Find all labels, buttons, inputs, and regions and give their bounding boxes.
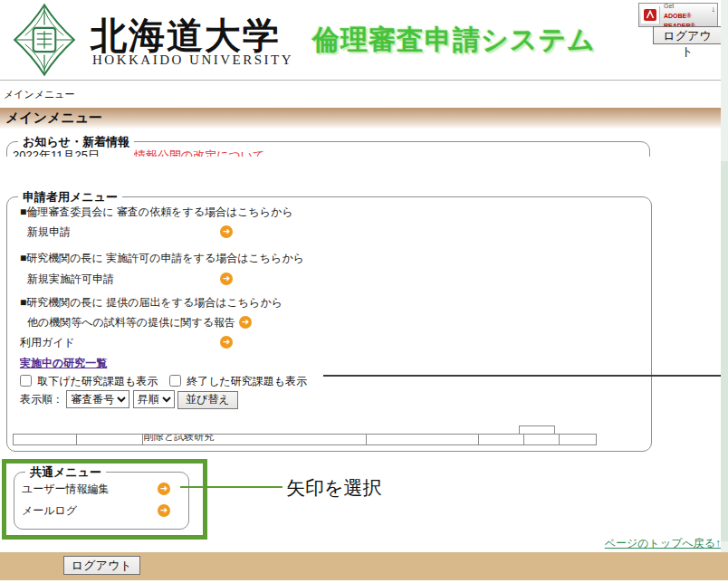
back-to-top-link[interactable]: ページのトップへ戻る↑ [605, 536, 721, 551]
get-adobe-reader-badge[interactable]: Get ADOBE® READER® ↓ [638, 3, 718, 27]
menu-item-provision-report: 他の機関等への試料等の提供に関する報告 ➜ [27, 315, 252, 330]
logout-button-top[interactable]: ログアウト [653, 26, 722, 44]
menu-group-heading: ■倫理審査委員会に 審査の依頼をする場合はこちらから [20, 205, 293, 219]
highlight-box: 共通メニュー ユーザー情報編集 ➜ メールログ ➜ [2, 459, 207, 540]
sort-controls: 表示順： 審査番号 昇順 並び替え [20, 389, 238, 409]
menu-item-label: メールログ [22, 503, 158, 518]
notice-date: 2022年11月25日 [13, 148, 100, 157]
main-menu-page: 北海道大学 HOKKAIDO UNIVERSITY 倫理審査申請システム Get… [0, 0, 728, 583]
display-filters: 取下げた研究課題も表示 終了した研究課題も表示 [20, 374, 307, 388]
scrollbar[interactable] [721, 0, 728, 552]
applicant-menu-legend: 申請者用メニュー [18, 189, 122, 205]
arrow-icon[interactable]: ➜ [158, 504, 170, 517]
page-title: メインメニュー [5, 110, 102, 127]
clipped-table-row: 削除と試験研究 [13, 434, 597, 445]
logout-button-bottom[interactable]: ログアウト [63, 556, 140, 575]
university-name-en: HOKKAIDO UNIVERSITY [92, 53, 293, 68]
page-title-bar: メインメニュー [0, 108, 722, 129]
menu-group-heading: ■研究機関の長に 提供の届出をする場合はこちらから [20, 295, 283, 310]
sort-order-select[interactable]: 昇順 [133, 390, 175, 408]
notice-link[interactable]: 情報公開の改定について [134, 148, 265, 157]
menu-item-user-guide: 利用ガイド ➜ [20, 335, 233, 349]
menu-item-new-permission: 新規実施許可申請 ➜ [27, 272, 233, 286]
show-finished-checkbox[interactable] [169, 375, 181, 387]
download-icon: ↓ [712, 5, 716, 14]
arrow-icon[interactable]: ➜ [220, 336, 233, 349]
show-withdrawn-checkbox[interactable] [20, 375, 32, 387]
menu-item-label: ユーザー情報編集 [22, 482, 158, 496]
annotation-line-dark [323, 375, 728, 377]
adobe-pdf-icon [641, 6, 660, 24]
ongoing-research-list-link[interactable]: 実施中の研究一覧 [20, 357, 107, 369]
scrollbar-thumb[interactable] [721, 161, 728, 541]
common-menu-legend: 共通メニュー [25, 464, 106, 481]
sort-field-select[interactable]: 審査番号 [66, 390, 129, 408]
university-logo-icon [5, 3, 83, 77]
sort-label: 表示順： [20, 393, 63, 406]
arrow-icon[interactable]: ➜ [158, 483, 170, 495]
menu-item-label: 新規実施許可申請 [27, 272, 220, 286]
arrow-icon[interactable]: ➜ [239, 316, 252, 329]
notice-row: 2022年11月25日情報公開の改定について [13, 148, 264, 157]
arrow-icon[interactable]: ➜ [220, 225, 233, 238]
sort-button[interactable]: 並び替え [177, 391, 238, 409]
menu-item-new-application: 新規申請 ➜ [27, 225, 233, 239]
footer-bar: ログアウト [0, 552, 728, 580]
breadcrumb: メインメニュー [4, 88, 75, 101]
menu-item-label: 新規申請 [27, 225, 220, 239]
checkbox-label: 取下げた研究課題も表示 [37, 375, 158, 387]
system-title: 倫理審査申請システム [312, 22, 596, 59]
menu-group-heading: ■研究機関の長に 実施許可の申請をする場合はこちらから [20, 251, 304, 265]
annotation-line-green [180, 486, 283, 488]
applicant-menu-section: 申請者用メニュー ■倫理審査委員会に 審査の依頼をする場合はこちらから 新規申請… [6, 196, 652, 452]
checkbox-label: 終了した研究課題も表示 [187, 375, 307, 387]
adobe-get-label: Get [664, 3, 674, 9]
clipped-table-text: 削除と試験研究 [143, 435, 366, 444]
notice-section: お知らせ・新着情報 2022年11月25日情報公開の改定について [6, 133, 650, 157]
arrow-icon[interactable]: ➜ [220, 272, 233, 285]
menu-item-label: 他の機関等への試料等の提供に関する報告 [27, 315, 235, 330]
menu-item-user-info-edit: ユーザー情報編集 ➜ [22, 482, 170, 496]
common-menu-section: 共通メニュー ユーザー情報編集 ➜ メールログ ➜ [14, 472, 189, 530]
menu-item-label: 利用ガイド [20, 335, 220, 349]
header: 北海道大学 HOKKAIDO UNIVERSITY 倫理審査申請システム Get… [0, 0, 722, 81]
menu-item-mail-log: メールログ ➜ [22, 503, 170, 518]
annotation-label: 矢印を選択 [286, 475, 382, 501]
